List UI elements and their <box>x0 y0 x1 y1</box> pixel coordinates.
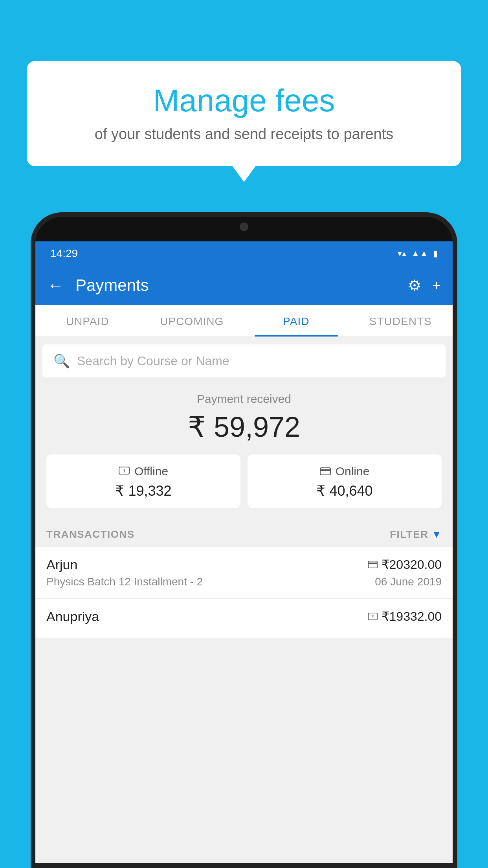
bubble-subtitle: of your students and send receipts to pa… <box>50 126 438 143</box>
svg-text:₹: ₹ <box>372 615 374 619</box>
status-icons: ▾▴ ▲▲ ▮ <box>398 248 438 259</box>
transaction-row-top: Anupriya ₹ ₹19332.00 <box>46 609 442 624</box>
signal-icon: ▲▲ <box>411 248 428 259</box>
table-row[interactable]: Anupriya ₹ ₹19332.00 <box>35 599 453 638</box>
filter-label: FILTER <box>390 528 428 541</box>
phone-notch <box>205 217 283 236</box>
transaction-list: Arjun ₹20320.00 Physics <box>35 547 453 638</box>
payment-received-label: Payment received <box>46 392 442 406</box>
svg-rect-4 <box>368 561 377 568</box>
search-icon: 🔍 <box>53 353 70 369</box>
app-bar-title: Payments <box>75 276 396 295</box>
offline-label: Offline <box>134 465 168 478</box>
app-bar: ← Payments ⚙ + <box>35 266 453 305</box>
tab-upcoming[interactable]: UPCOMING <box>140 305 244 337</box>
transaction-amount-container: ₹ ₹19332.00 <box>368 609 442 624</box>
status-time: 14:29 <box>50 247 78 260</box>
tab-unpaid[interactable]: UNPAID <box>35 305 140 337</box>
battery-icon: ▮ <box>433 248 438 259</box>
back-button[interactable]: ← <box>47 276 64 295</box>
transactions-label: TRANSACTIONS <box>46 528 135 541</box>
online-icon <box>320 465 331 478</box>
transaction-name: Anupriya <box>46 609 99 624</box>
phone-camera <box>240 223 248 231</box>
transaction-amount: ₹19332.00 <box>382 609 442 624</box>
svg-rect-5 <box>368 563 377 564</box>
transaction-row-bottom: Physics Batch 12 Installment - 2 06 June… <box>46 576 442 588</box>
tab-paid[interactable]: PAID <box>244 305 349 337</box>
online-label: Online <box>336 465 370 478</box>
search-placeholder: Search by Course or Name <box>77 354 229 368</box>
filter-button[interactable]: FILTER ▼ <box>390 528 442 541</box>
offline-icon: ₹ <box>119 465 130 478</box>
transaction-date: 06 June 2019 <box>375 576 442 588</box>
table-row[interactable]: Arjun ₹20320.00 Physics <box>35 547 453 599</box>
payment-summary: Payment received ₹ 59,972 ₹ <box>35 377 453 519</box>
transactions-header: TRANSACTIONS FILTER ▼ <box>35 519 453 547</box>
transaction-amount: ₹20320.00 <box>382 557 442 572</box>
svg-rect-2 <box>320 468 330 475</box>
offline-payment-icon: ₹ <box>368 611 378 623</box>
transaction-row-top: Arjun ₹20320.00 <box>46 557 442 572</box>
search-bar[interactable]: 🔍 Search by Course or Name <box>42 344 446 377</box>
transaction-course: Physics Batch 12 Installment - 2 <box>46 576 203 588</box>
app-bar-actions: ⚙ + <box>408 277 441 294</box>
speech-bubble-container: Manage fees of your students and send re… <box>27 61 461 166</box>
tabs-bar: UNPAID UPCOMING PAID STUDENTS <box>35 305 453 337</box>
online-card: Online ₹ 40,640 <box>248 454 442 508</box>
wifi-icon: ▾▴ <box>398 248 406 259</box>
offline-card-header: ₹ Offline <box>55 465 232 478</box>
phone-mockup: 14:29 ▾▴ ▲▲ ▮ ← Payments ⚙ + UNPAID UPCO… <box>31 212 457 868</box>
tab-students[interactable]: STUDENTS <box>349 305 453 337</box>
transaction-amount-container: ₹20320.00 <box>368 557 442 572</box>
svg-rect-3 <box>320 469 330 471</box>
add-button[interactable]: + <box>432 277 441 294</box>
payment-total-amount: ₹ 59,972 <box>46 410 442 443</box>
screen-content: 🔍 Search by Course or Name Payment recei… <box>35 337 453 863</box>
online-card-header: Online <box>256 465 433 478</box>
online-amount: ₹ 40,640 <box>256 483 433 499</box>
offline-amount: ₹ 19,332 <box>55 483 232 499</box>
settings-button[interactable]: ⚙ <box>408 277 421 294</box>
speech-bubble: Manage fees of your students and send re… <box>27 61 461 166</box>
transaction-name: Arjun <box>46 557 77 572</box>
online-payment-icon <box>368 559 378 571</box>
svg-text:₹: ₹ <box>123 468 126 474</box>
status-bar: 14:29 ▾▴ ▲▲ ▮ <box>35 241 453 266</box>
offline-card: ₹ Offline ₹ 19,332 <box>46 454 240 508</box>
bubble-title: Manage fees <box>50 83 438 119</box>
payment-cards: ₹ Offline ₹ 19,332 <box>46 454 442 508</box>
filter-icon: ▼ <box>431 528 442 541</box>
